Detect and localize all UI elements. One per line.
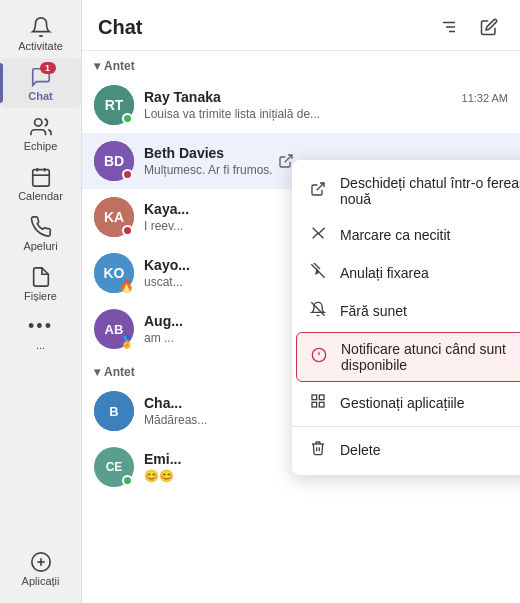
more-icon: ••• <box>28 316 53 337</box>
menu-item-notify[interactable]: Notificare atunci când sunt disponibile <box>296 332 520 382</box>
svg-rect-1 <box>32 170 49 187</box>
menu-label-unpin: Anulați fixarea <box>340 265 429 281</box>
notify-icon <box>309 347 329 367</box>
mark-unread-icon <box>308 225 328 245</box>
svg-rect-31 <box>319 402 324 407</box>
context-menu: Deschideți chatul într-o fereastră nouă … <box>292 160 520 475</box>
calendar-icon <box>30 166 52 188</box>
sidebar-label-more: ... <box>36 339 45 351</box>
phone-icon <box>30 216 52 238</box>
sidebar-label-aplicatii: Aplicații <box>22 575 60 587</box>
sidebar-label-echipe: Echipe <box>24 140 58 152</box>
menu-label-delete: Delete <box>340 442 380 458</box>
unpin-icon <box>308 263 328 283</box>
menu-item-mute[interactable]: Fără sunet <box>292 292 520 330</box>
svg-point-0 <box>34 119 41 126</box>
manage-apps-icon <box>308 393 328 413</box>
menu-label-mark-unread: Marcare ca necitit <box>340 227 450 243</box>
files-icon <box>30 266 52 288</box>
sidebar-item-aplicatii[interactable]: Aplicații <box>0 543 81 593</box>
menu-label-notify: Notificare atunci când sunt disponibile <box>341 341 520 373</box>
delete-icon <box>308 440 328 460</box>
menu-item-manage-apps[interactable]: Gestionați aplicațiile <box>292 384 520 422</box>
sidebar-bottom: Aplicații <box>0 543 81 603</box>
sidebar-item-activitate[interactable]: Activitate <box>0 8 81 58</box>
menu-label-manage-apps: Gestionați aplicațiile <box>340 395 465 411</box>
svg-rect-29 <box>319 395 324 400</box>
svg-rect-28 <box>312 395 317 400</box>
mute-icon <box>308 301 328 321</box>
menu-label-open-new-window: Deschideți chatul într-o fereastră nouă <box>340 175 520 207</box>
sidebar-label-calendar: Calendar <box>18 190 63 202</box>
sidebar-item-more[interactable]: ••• ... <box>0 308 81 357</box>
menu-divider <box>292 426 520 427</box>
context-menu-overlay[interactable]: Deschideți chatul într-o fereastră nouă … <box>82 0 520 603</box>
main-panel: Chat ▾ Antet <box>82 0 520 603</box>
menu-item-delete[interactable]: Delete <box>292 431 520 469</box>
sidebar-item-apeluri[interactable]: Apeluri <box>0 208 81 258</box>
menu-item-unpin[interactable]: Anulați fixarea <box>292 254 520 292</box>
sidebar-item-chat[interactable]: 1 Chat <box>0 58 81 108</box>
sidebar-item-echipe[interactable]: Echipe <box>0 108 81 158</box>
teams-icon <box>30 116 52 138</box>
svg-rect-30 <box>312 402 317 407</box>
open-new-window-icon <box>308 181 328 201</box>
menu-item-open-new-window[interactable]: Deschideți chatul într-o fereastră nouă <box>292 166 520 216</box>
sidebar-label-chat: Chat <box>28 90 52 102</box>
sidebar-label-apeluri: Apeluri <box>23 240 57 252</box>
bell-icon <box>30 16 52 38</box>
sidebar-item-fisiere[interactable]: Fișiere <box>0 258 81 308</box>
sidebar-item-calendar[interactable]: Calendar <box>0 158 81 208</box>
chat-badge: 1 <box>40 62 56 74</box>
sidebar-label-activitate: Activitate <box>18 40 63 52</box>
menu-label-mute: Fără sunet <box>340 303 407 319</box>
apps-icon <box>30 551 52 573</box>
sidebar: Activitate 1 Chat Echipe <box>0 0 82 603</box>
chat-icon: 1 <box>30 66 52 88</box>
svg-line-22 <box>317 183 324 190</box>
sidebar-label-fisiere: Fișiere <box>24 290 57 302</box>
menu-item-mark-unread[interactable]: Marcare ca necitit <box>292 216 520 254</box>
